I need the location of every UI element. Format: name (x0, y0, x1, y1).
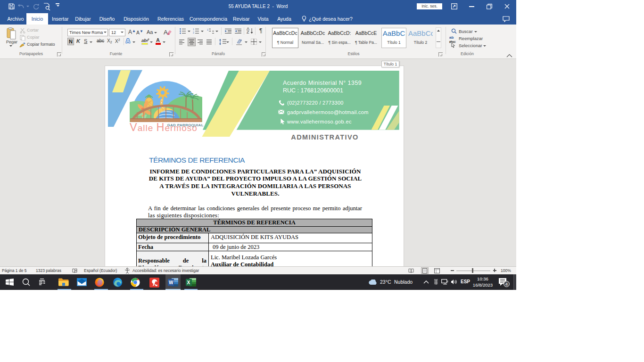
svg-text:A: A (164, 29, 168, 36)
svg-text:www.vallehermoso.gob.ec: www.vallehermoso.gob.ec (287, 119, 352, 124)
svg-text:gadprvallehermoso@hotmail.com: gadprvallehermoso@hotmail.com (287, 109, 369, 115)
svg-text:1: 1 (193, 28, 194, 31)
svg-text:Acuerdo Ministerial N° 1359: Acuerdo Ministerial N° 1359 (283, 80, 362, 86)
svg-text:X: X (187, 280, 190, 285)
svg-text:W: W (169, 280, 173, 285)
svg-text:1: 1 (207, 28, 208, 31)
svg-text:4: 4 (505, 281, 508, 287)
svg-text:2: 2 (193, 31, 194, 34)
svg-text:RUC : 1768120600001: RUC : 1768120600001 (283, 87, 343, 94)
svg-text:GAD PARROQUIAL: GAD PARROQUIAL (167, 123, 204, 127)
svg-text:(02)2773220 / 2773300: (02)2773220 / 2773300 (287, 100, 344, 106)
